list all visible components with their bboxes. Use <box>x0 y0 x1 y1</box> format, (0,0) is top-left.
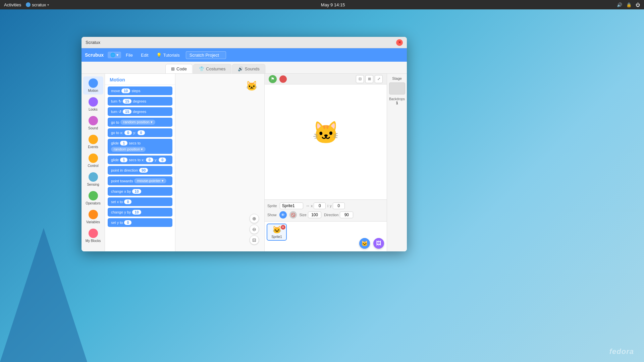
block-move-num[interactable]: 10 <box>121 88 130 93</box>
block-change-x-num[interactable]: 10 <box>132 189 141 194</box>
show-eye-on-button[interactable]: 👁 <box>279 211 287 219</box>
activities-label[interactable]: Activities <box>4 2 21 7</box>
tab-code[interactable]: ⊞ Code <box>165 64 193 73</box>
block-gotoxy-ylabel: y: <box>133 131 136 135</box>
block-goto-oval[interactable]: random position ▾ <box>120 120 155 125</box>
block-glide2-mid: secs to x: <box>129 158 144 162</box>
edit-menu[interactable]: Edit <box>138 51 152 59</box>
block-glide2-ylabel: y: <box>155 158 158 162</box>
block-glide2-y[interactable]: 0 <box>159 158 166 162</box>
block-glide1-oval[interactable]: random position ▾ <box>111 147 146 152</box>
app-name-label: scratux <box>32 2 46 7</box>
window-close-button[interactable]: ✕ <box>396 39 403 46</box>
x-input[interactable] <box>314 202 326 209</box>
sidebar-item-control[interactable]: Control <box>83 152 103 170</box>
block-turn-ccw[interactable]: turn ↺ 15 degrees <box>108 107 172 116</box>
sounds-tab-label: Sounds <box>245 66 260 71</box>
block-turn-cw[interactable]: turn ↻ 15 degrees <box>108 97 172 106</box>
sidebar-item-events[interactable]: Events <box>83 133 103 151</box>
tab-sounds[interactable]: 🔊 Sounds <box>232 64 265 73</box>
sidebar-item-motion[interactable]: Motion <box>83 76 103 95</box>
stage-canvas: 🐱 <box>265 84 387 199</box>
volume-icon[interactable]: 🔊 <box>617 2 622 7</box>
sidebar-item-myblocks[interactable]: My Blocks <box>83 227 103 245</box>
size-input[interactable] <box>308 212 321 218</box>
zoom-controls: ⊕ ⊖ ⊟ <box>250 214 259 245</box>
tab-costumes[interactable]: 👕 Costumes <box>193 64 231 73</box>
block-point-toward[interactable]: point towards mouse-pointer ▾ <box>108 176 172 185</box>
app-dropdown-icon[interactable]: ▾ <box>47 3 49 7</box>
sprite-thumb-img: 🐱 <box>272 226 281 234</box>
block-glide1[interactable]: glide 1 secs to random position ▾ <box>108 139 172 154</box>
code-tab-icon: ⊞ <box>171 66 175 71</box>
block-turn-cw-text: turn ↻ <box>111 99 121 104</box>
power-icon[interactable]: ⏻ <box>636 2 640 7</box>
project-name-input[interactable]: Scratch Project <box>186 51 226 59</box>
zoom-fit-button[interactable]: ⊟ <box>250 235 259 245</box>
zoom-out-button[interactable]: ⊖ <box>250 225 259 234</box>
normal-stage-button[interactable]: ⊞ <box>365 75 373 83</box>
script-sprite-preview: 🐱 <box>246 80 258 92</box>
y-label: y <box>330 204 332 208</box>
tutorials-menu[interactable]: 💡 Tutorials <box>153 51 183 59</box>
sidebar-item-sound[interactable]: Sound <box>83 114 103 132</box>
block-change-y-num[interactable]: 10 <box>132 210 141 215</box>
code-tab-label: Code <box>176 66 187 71</box>
red-stop-button[interactable] <box>279 75 287 83</box>
sprite-name-input[interactable] <box>280 202 303 209</box>
block-goto[interactable]: go to random position ▾ <box>108 118 172 127</box>
window-title: Scratux <box>86 40 100 45</box>
block-change-y[interactable]: change y by 10 <box>108 208 172 217</box>
block-point-toward-oval[interactable]: mouse-pointer ▾ <box>134 178 166 183</box>
stage-sprite: 🐱 <box>312 120 339 145</box>
variables-dot-icon <box>89 210 98 219</box>
block-glide1-text: glide <box>111 141 119 145</box>
sidebar-item-operators[interactable]: Operators <box>83 189 103 207</box>
block-gotoxy[interactable]: go to x: 0 y: 0 <box>108 128 172 137</box>
block-gotoxy-y[interactable]: 0 <box>138 130 145 135</box>
control-dot-icon <box>89 154 98 163</box>
globe-icon: 🌐 <box>110 53 115 57</box>
control-label: Control <box>88 164 98 168</box>
block-glide2[interactable]: glide 1 secs to x: 0 y: 0 <box>108 156 172 164</box>
sprite-thumb-sprite1[interactable]: ✕ 🐱 Sprite1 <box>267 224 287 241</box>
block-set-x-num[interactable]: 0 <box>124 199 131 204</box>
sensing-dot-icon <box>89 172 98 182</box>
block-set-y-num[interactable]: 0 <box>124 220 131 225</box>
block-glide2-num[interactable]: 1 <box>120 158 127 162</box>
block-move[interactable]: move 10 steps <box>108 86 172 95</box>
operators-label: Operators <box>86 201 100 205</box>
zoom-in-button[interactable]: ⊕ <box>250 214 259 223</box>
block-set-x[interactable]: set x to 0 <box>108 197 172 206</box>
block-gotoxy-x[interactable]: 0 <box>124 130 132 135</box>
lock-icon[interactable]: 🔒 <box>626 2 632 7</box>
block-glide2-x[interactable]: 0 <box>146 158 153 162</box>
costumes-tab-label: Costumes <box>206 66 226 71</box>
y-arrow-icon: ↕ <box>327 203 329 208</box>
block-change-x[interactable]: change x by 10 <box>108 187 172 196</box>
language-selector[interactable]: 🌐 ▾ <box>108 52 121 58</box>
stage-thumbnail[interactable] <box>389 82 405 95</box>
block-turn-ccw-num[interactable]: 15 <box>123 109 131 114</box>
small-stage-button[interactable]: ⊡ <box>356 75 364 83</box>
block-point-dir-num[interactable]: 90 <box>139 168 148 173</box>
show-eye-off-button[interactable]: 🚫 <box>289 211 297 219</box>
fullscreen-button[interactable]: ⤢ <box>375 75 383 83</box>
block-glide1-num[interactable]: 1 <box>120 141 127 145</box>
green-flag-button[interactable]: ⚑ <box>269 75 277 83</box>
add-backdrop-button[interactable]: 🖼 <box>373 238 384 249</box>
direction-input[interactable] <box>340 212 353 218</box>
app-indicator[interactable]: scratux ▾ <box>26 2 49 7</box>
sidebar-item-sensing[interactable]: Sensing <box>83 170 103 188</box>
sidebar-item-variables[interactable]: Variables <box>83 208 103 226</box>
block-point-dir[interactable]: point in direction 90 <box>108 166 172 175</box>
backdrops-count: 1 <box>396 101 398 105</box>
sprite-info-panel: Sprite ↔ x ↕ y Show 👁 🚫 <box>265 199 387 221</box>
block-set-y[interactable]: set y to 0 <box>108 218 172 227</box>
y-input[interactable] <box>333 202 345 209</box>
sprite-delete-button[interactable]: ✕ <box>281 225 285 230</box>
block-turn-cw-num[interactable]: 15 <box>123 99 131 104</box>
add-sprite-button[interactable]: 🐱 <box>359 238 370 249</box>
sidebar-item-looks[interactable]: Looks <box>83 95 103 113</box>
file-menu[interactable]: File <box>122 51 136 59</box>
